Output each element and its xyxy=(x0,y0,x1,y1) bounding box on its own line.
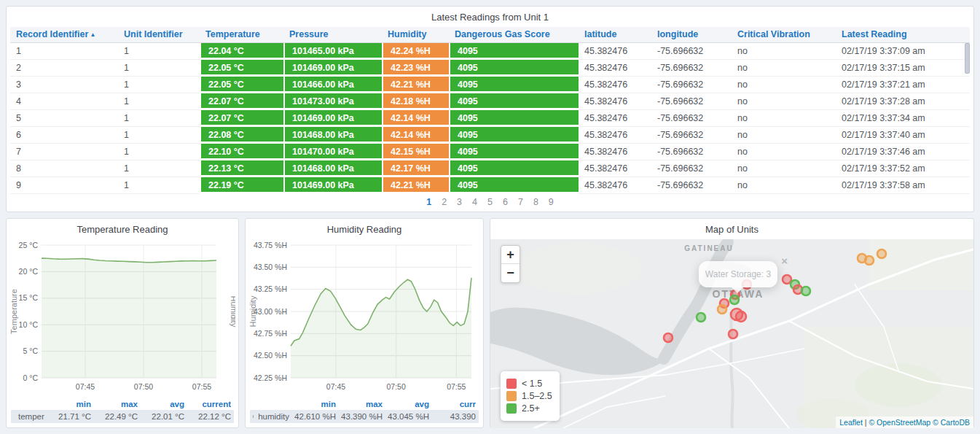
table-cell: 9 xyxy=(10,177,118,194)
table-cell: -75.696632 xyxy=(651,177,732,194)
panel-title: Map of Units xyxy=(490,219,973,239)
table-cell: 42.23 %H xyxy=(382,60,449,77)
unit-marker[interactable] xyxy=(730,295,739,304)
table-cell: 45.382476 xyxy=(579,60,651,77)
column-header-latest-reading[interactable]: Latest Reading xyxy=(836,27,970,43)
table-cell: 42.15 %H xyxy=(382,144,449,160)
unit-marker[interactable] xyxy=(736,311,746,322)
table-cell: 42.21 %H xyxy=(382,177,449,194)
table-cell: 1 xyxy=(118,43,200,60)
column-header-humidity[interactable]: Humidity xyxy=(382,27,449,43)
unit-marker[interactable] xyxy=(718,305,726,314)
table-cell: 02/17/19 3:37:52 am xyxy=(836,160,970,177)
zoom-out-button[interactable]: − xyxy=(501,264,520,282)
table-cell: 45.382476 xyxy=(579,93,651,110)
legend-header-current: current xyxy=(184,400,231,408)
table-cell: -75.696632 xyxy=(651,60,732,77)
page-button-2[interactable]: 2 xyxy=(442,197,447,207)
table-cell: 02/17/19 3:37:15 am xyxy=(836,60,970,77)
table-cell: 4095 xyxy=(449,127,579,144)
svg-text:43.25 %H: 43.25 %H xyxy=(254,284,287,293)
table-cell: 02/17/19 3:37:46 am xyxy=(836,144,970,160)
unit-marker[interactable] xyxy=(865,256,874,265)
table-cell: 45.382476 xyxy=(579,43,651,60)
y-axis-label: Temperature xyxy=(9,289,18,334)
table-cell: 1 xyxy=(118,93,200,110)
page-button-4[interactable]: 4 xyxy=(472,197,477,207)
humidity-legend: minmaxavgcurrhumidity42.610 %H43.390 %H4… xyxy=(250,398,479,423)
unit-marker[interactable] xyxy=(877,249,886,258)
table-cell: no xyxy=(732,93,836,110)
column-header-dangerous-gas-score[interactable]: Dangerous Gas Score xyxy=(449,27,579,43)
attribution-link[interactable]: © OpenStreetMap xyxy=(869,418,930,427)
svg-text:10 °C: 10 °C xyxy=(19,320,39,329)
table-cell: -75.696632 xyxy=(651,144,732,160)
zoom-in-button[interactable]: + xyxy=(501,246,520,264)
column-header-longitude[interactable]: longitude xyxy=(651,27,732,43)
legend-swatch-icon xyxy=(506,379,517,389)
legend-value: 43.045 %H xyxy=(383,412,429,421)
panel-title: Humidity Reading xyxy=(246,219,483,239)
page-button-5[interactable]: 5 xyxy=(487,197,493,207)
table-row: 6122.08 °C101468.00 kPa42.14 %H409545.38… xyxy=(10,127,970,144)
table-cell: 45.382476 xyxy=(579,144,651,160)
column-header-temperature[interactable]: Temperature xyxy=(200,27,283,43)
table-cell: 7 xyxy=(10,144,118,160)
table-row: 1122.04 °C101465.00 kPa42.24 %H409545.38… xyxy=(10,43,970,60)
column-header-latitude[interactable]: latitude xyxy=(579,27,651,43)
column-header-pressure[interactable]: Pressure xyxy=(283,27,382,43)
svg-text:20 °C: 20 °C xyxy=(19,267,39,276)
unit-marker[interactable] xyxy=(664,333,673,342)
popup-close-icon[interactable]: × xyxy=(781,255,788,267)
humidity-panel: Humidity Reading 42.25 %H42.50 %H42.75 %… xyxy=(245,218,484,428)
attribution-link[interactable]: Leaflet xyxy=(839,418,863,427)
unit-marker[interactable] xyxy=(801,287,810,295)
column-header-critical-vibration[interactable]: Critical Vibration xyxy=(732,27,836,43)
table-cell: 02/17/19 3:37:09 am xyxy=(836,43,970,60)
map-panel: Map of Units GATINEAUOTTAWA + − Water St… xyxy=(490,218,974,428)
table-cell: 4095 xyxy=(449,77,579,93)
table-cell: 4095 xyxy=(449,93,579,110)
unit-marker[interactable] xyxy=(783,275,791,284)
svg-text:07:45: 07:45 xyxy=(326,382,345,391)
table-cell: 1 xyxy=(10,43,118,60)
legend-value: 43.390 %H xyxy=(336,412,383,421)
page-button-3[interactable]: 3 xyxy=(457,197,462,207)
table-cell: 22.07 °C xyxy=(200,110,283,127)
page-button-6[interactable]: 6 xyxy=(503,197,508,207)
map-attribution: Leaflet | © OpenStreetMap © CartoDB xyxy=(836,416,973,428)
humidity-chart: 42.25 %H42.50 %H42.75 %H43.00 %H43.25 %H… xyxy=(246,239,483,397)
map-area[interactable]: GATINEAUOTTAWA + − Water Storage: 3 × < … xyxy=(490,239,973,428)
page-button-8[interactable]: 8 xyxy=(533,197,538,207)
table-cell: 02/17/19 3:37:58 am xyxy=(836,177,970,194)
table-cell: no xyxy=(732,144,836,160)
table-cell: -75.696632 xyxy=(651,93,732,110)
attribution-link[interactable]: © CartoDB xyxy=(933,418,970,427)
page-button-7[interactable]: 7 xyxy=(518,197,523,207)
page-button-1[interactable]: 1 xyxy=(426,197,431,207)
table-cell: 42.14 %H xyxy=(382,127,449,144)
table-cell: 45.382476 xyxy=(579,110,651,127)
table-cell: no xyxy=(732,43,836,60)
table-cell: 8 xyxy=(10,160,118,177)
table-cell: 5 xyxy=(10,110,118,127)
map-zoom-control: + − xyxy=(501,245,520,283)
table-cell: 45.382476 xyxy=(579,177,651,194)
series-name[interactable]: humidity xyxy=(258,412,289,421)
column-header-unit-identifier[interactable]: Unit Identifier xyxy=(118,27,200,43)
table-cell: 02/17/19 3:37:21 am xyxy=(836,77,970,93)
unit-marker[interactable] xyxy=(697,313,705,322)
table-header-row: Record Identifier ▲Unit IdentifierTemper… xyxy=(10,27,970,43)
table-scrollbar[interactable] xyxy=(965,43,970,74)
series-name[interactable]: temperature xyxy=(18,412,44,421)
table-cell: 22.08 °C xyxy=(200,127,283,144)
page-button-9[interactable]: 9 xyxy=(549,197,554,207)
svg-text:15 °C: 15 °C xyxy=(19,293,39,302)
temperature-chart: 0 °C5 °C10 °C15 °C20 °C25 °C07:4507:5007… xyxy=(7,239,238,397)
readings-table: Record Identifier ▲Unit IdentifierTemper… xyxy=(10,27,970,194)
table-cell: 1 xyxy=(118,160,200,177)
map-legend-item: 1.5–2.5 xyxy=(506,391,552,401)
panel-title: Latest Readings from Unit 1 xyxy=(7,7,973,27)
unit-marker[interactable] xyxy=(729,330,737,338)
column-header-record-identifier[interactable]: Record Identifier ▲ xyxy=(10,27,118,43)
